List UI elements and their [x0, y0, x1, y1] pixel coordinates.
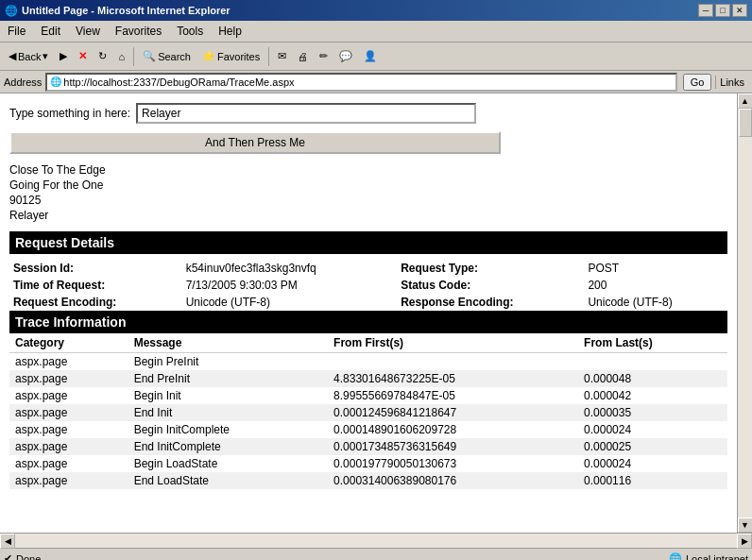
- discuss-icon: 💬: [339, 50, 352, 62]
- mail-button[interactable]: ✉: [273, 47, 291, 65]
- cell-message: Begin PreInit: [128, 353, 328, 371]
- refresh-button[interactable]: ↻: [94, 47, 111, 65]
- form-row: Type something in here:: [9, 103, 727, 124]
- scroll-down-arrow[interactable]: ▼: [738, 518, 753, 533]
- cell-from_first: 0.000148901606209728: [328, 421, 578, 438]
- maximize-button[interactable]: □: [715, 4, 730, 17]
- session-id-value: k54inuv0fec3fla3skg3nvfq: [182, 260, 397, 277]
- messenger-icon: 👤: [364, 50, 377, 62]
- back-button[interactable]: ◀ Back ▾: [4, 47, 53, 65]
- scroll-thumb[interactable]: [739, 109, 752, 137]
- cell-message: Begin LoadState: [128, 455, 328, 472]
- minimize-button[interactable]: ─: [698, 4, 713, 17]
- table-row: aspx.pageEnd Init0.0001245968412186470.0…: [9, 404, 727, 421]
- cell-message: End InitComplete: [128, 438, 328, 455]
- back-label: Back: [18, 51, 41, 62]
- cell-from_first: 0.000197790050130673: [328, 455, 578, 472]
- toolbar: ◀ Back ▾ ▶ ✕ ↻ ⌂ 🔍 Search ⭐ Favorites ✉ …: [0, 42, 752, 71]
- cell-from_last: [578, 353, 727, 371]
- zone-icon: 🌐: [669, 552, 682, 560]
- text-input[interactable]: [136, 103, 476, 124]
- cell-message: Begin InitComplete: [128, 421, 328, 438]
- cell-from_last: 0.000024: [578, 455, 727, 472]
- vertical-scrollbar[interactable]: ▲ ▼: [737, 93, 752, 533]
- cell-from_last: 0.000042: [578, 387, 727, 404]
- cell-category: aspx.page: [9, 421, 128, 438]
- cell-from_first: 8.99555669784847E-05: [328, 387, 578, 404]
- scroll-right-arrow[interactable]: ▶: [737, 534, 752, 549]
- toolbar-separator-1: [133, 47, 134, 66]
- address-input[interactable]: [63, 76, 672, 88]
- table-row: aspx.pageEnd LoadState0.0003140063890801…: [9, 472, 727, 489]
- title-bar: 🌐 Untitled Page - Microsoft Internet Exp…: [0, 0, 752, 21]
- print-button[interactable]: 🖨: [293, 48, 313, 65]
- stop-icon: ✕: [78, 50, 87, 62]
- table-row: aspx.pageBegin LoadState0.00019779005013…: [9, 455, 727, 472]
- status-text: Done: [16, 553, 41, 561]
- links-button[interactable]: Links: [715, 76, 748, 89]
- request-type-label: Request Type:: [397, 260, 584, 277]
- status-code-value: 200: [584, 277, 727, 294]
- time-value: 7/13/2005 9:30:03 PM: [182, 277, 397, 294]
- cell-category: aspx.page: [9, 353, 128, 371]
- content-wrap: Type something in here: And Then Press M…: [0, 93, 752, 533]
- request-details-table: Session Id: k54inuv0fec3fla3skg3nvfq Req…: [9, 260, 727, 311]
- go-button[interactable]: Go: [683, 74, 712, 91]
- search-button[interactable]: 🔍 Search: [138, 47, 196, 65]
- scroll-up-arrow[interactable]: ▲: [738, 93, 753, 109]
- edit-button[interactable]: ✏: [315, 47, 333, 65]
- title-bar-controls: ─ □ ✕: [698, 4, 747, 17]
- col-category: Category: [9, 333, 128, 353]
- menu-file[interactable]: File: [0, 23, 33, 40]
- menu-bar: File Edit View Favorites Tools Help: [0, 21, 752, 42]
- messenger-button[interactable]: 👤: [359, 47, 382, 65]
- menu-view[interactable]: View: [68, 23, 108, 40]
- stop-button[interactable]: ✕: [74, 47, 92, 65]
- zone-text: Local intranet: [686, 553, 748, 561]
- search-icon: 🔍: [143, 50, 156, 62]
- page-content: Type something in here: And Then Press M…: [0, 93, 737, 533]
- menu-tools[interactable]: Tools: [169, 23, 211, 40]
- cell-category: aspx.page: [9, 404, 128, 421]
- favorites-button[interactable]: ⭐ Favorites: [197, 47, 265, 65]
- req-encoding-value: Unicode (UTF-8): [182, 294, 397, 311]
- edit-icon: ✏: [319, 50, 328, 62]
- list-item-3: 90125: [9, 194, 727, 207]
- back-icon: ◀: [9, 50, 16, 62]
- press-button[interactable]: And Then Press Me: [9, 131, 501, 154]
- cell-from_first: 4.83301648673225E-05: [328, 370, 578, 387]
- cell-category: aspx.page: [9, 455, 128, 472]
- col-from-first: From First(s): [328, 333, 578, 353]
- address-label: Address: [4, 76, 42, 88]
- table-row: aspx.pageEnd InitComplete0.0001734857363…: [9, 438, 727, 455]
- scroll-track[interactable]: [738, 109, 752, 518]
- horizontal-scrollbar[interactable]: ◀ ▶: [0, 533, 752, 548]
- resp-encoding-value: Unicode (UTF-8): [584, 294, 727, 311]
- col-from-last: From Last(s): [578, 333, 727, 353]
- cell-category: aspx.page: [9, 472, 128, 489]
- close-button[interactable]: ✕: [732, 4, 747, 17]
- cell-message: End LoadState: [128, 472, 328, 489]
- toolbar-separator-2: [268, 47, 269, 66]
- discuss-button[interactable]: 💬: [334, 47, 357, 65]
- list-item-2: Going For the One: [9, 178, 727, 192]
- forward-button[interactable]: ▶: [55, 47, 72, 65]
- h-scroll-track[interactable]: [15, 534, 737, 548]
- menu-favorites[interactable]: Favorites: [108, 23, 169, 40]
- scroll-left-arrow[interactable]: ◀: [0, 534, 15, 549]
- col-message: Message: [128, 333, 328, 353]
- cell-from_last: 0.000024: [578, 421, 727, 438]
- table-row: aspx.pageEnd PreInit4.83301648673225E-05…: [9, 370, 727, 387]
- status-icon: ✔: [4, 552, 12, 560]
- cell-category: aspx.page: [9, 438, 128, 455]
- menu-edit[interactable]: Edit: [33, 23, 68, 40]
- window-title: Untitled Page - Microsoft Internet Explo…: [22, 5, 231, 16]
- cell-from_last: 0.000025: [578, 438, 727, 455]
- trace-table: Category Message From First(s) From Last…: [9, 333, 727, 489]
- menu-help[interactable]: Help: [211, 23, 249, 40]
- cell-from_first: 0.000173485736315649: [328, 438, 578, 455]
- home-button[interactable]: ⌂: [113, 48, 129, 65]
- cell-category: aspx.page: [9, 387, 128, 404]
- table-row: aspx.pageBegin PreInit: [9, 353, 727, 371]
- home-icon: ⌂: [118, 51, 125, 62]
